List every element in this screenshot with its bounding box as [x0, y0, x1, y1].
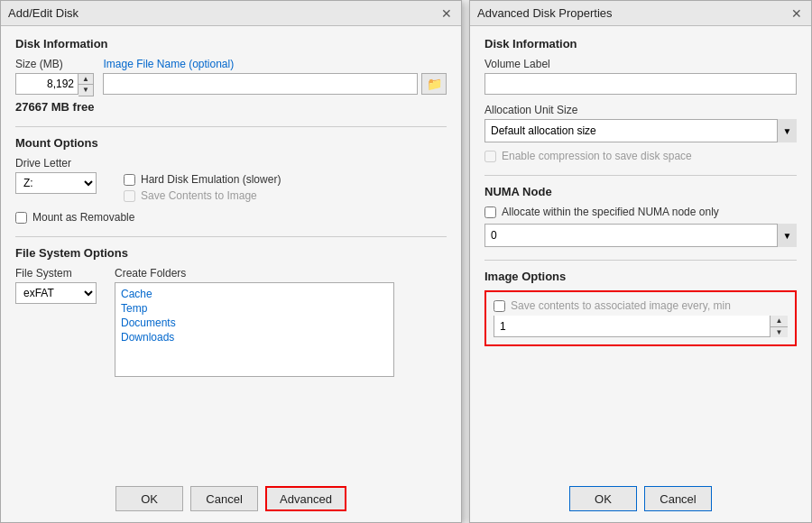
size-spinner-buttons: ▲ ▼ [78, 73, 94, 96]
save-contents-checkbox[interactable] [124, 190, 135, 202]
interval-increment-button[interactable]: ▲ [770, 316, 788, 327]
right-dialog-close-button[interactable]: ✕ [789, 7, 804, 20]
allocate-numa-checkbox[interactable] [484, 206, 496, 218]
left-dialog-body: Disk Information Size (MB) ▲ ▼ 27667 MB … [1, 26, 461, 479]
drive-letter-select[interactable]: Z: [15, 172, 97, 194]
left-dialog-close-button[interactable]: ✕ [439, 7, 454, 20]
right-dialog-title: Advanced Disk Properties [477, 6, 613, 20]
save-contents-assoc-label: Save contents to associated image every,… [511, 299, 731, 312]
save-contents-label: Save Contents to Image [141, 189, 257, 202]
interval-spinner-buttons: ▲ ▼ [770, 316, 788, 337]
drive-letter-group: Drive Letter Z: [15, 157, 97, 194]
size-input[interactable] [15, 73, 78, 95]
file-system-select[interactable]: exFAT FAT FAT32 NTFS [15, 282, 97, 304]
allocation-unit-size-select[interactable]: Default allocation size 512 1024 2048 40… [484, 119, 797, 142]
allocation-unit-size-label: Allocation Unit Size [484, 104, 797, 116]
right-dialog-body: Disk Information Volume Label Allocation… [470, 26, 811, 477]
size-increment-button[interactable]: ▲ [78, 74, 93, 85]
size-decrement-button[interactable]: ▼ [78, 85, 93, 96]
hard-disk-emulation-label: Hard Disk Emulation (slower) [141, 173, 281, 186]
save-contents-assoc-row: Save contents to associated image every,… [494, 299, 788, 312]
allocation-unit-size-row: Default allocation size 512 1024 2048 40… [484, 119, 797, 142]
folder-item-cache: Cache [119, 287, 390, 301]
file-system-options-label: File System Options [15, 246, 447, 260]
mount-options-section: Mount Options Drive Letter Z: Hard Disk … [15, 136, 447, 224]
left-ok-button[interactable]: OK [115, 486, 183, 511]
hard-disk-emulation-row: Hard Disk Emulation (slower) [124, 173, 281, 186]
add-edit-disk-dialog: Add/Edit Disk ✕ Disk Information Size (M… [0, 0, 462, 523]
numa-node-section: NUMA Node Allocate within the specified … [484, 185, 797, 247]
right-divider-2 [484, 260, 797, 261]
allocate-numa-label: Allocate within the specified NUMA node … [502, 206, 719, 218]
divider-2 [15, 236, 447, 237]
fs-col: File System exFAT FAT FAT32 NTFS [15, 267, 97, 304]
image-file-input[interactable] [103, 73, 418, 95]
hard-disk-emulation-checkbox[interactable] [124, 174, 135, 186]
fs-row: File System exFAT FAT FAT32 NTFS Create … [15, 267, 447, 377]
image-file-input-row: 📁 [103, 73, 447, 95]
image-file-browse-button[interactable]: 📁 [421, 73, 447, 95]
left-cancel-button[interactable]: Cancel [190, 486, 258, 511]
dialogs-container: Add/Edit Disk ✕ Disk Information Size (M… [0, 0, 812, 523]
image-options-box: Save contents to associated image every,… [484, 290, 797, 346]
left-dialog-titlebar: Add/Edit Disk ✕ [1, 1, 461, 26]
save-contents-row: Save Contents to Image [124, 189, 281, 202]
numa-node-dropdown-row: 0 1 2 ▼ [484, 224, 797, 247]
size-label: Size (MB) [15, 58, 94, 70]
folders-list[interactable]: Cache Temp Documents Downloads [115, 282, 394, 377]
allocate-numa-row: Allocate within the specified NUMA node … [484, 206, 797, 218]
right-divider-1 [484, 175, 797, 176]
numa-node-label: NUMA Node [484, 185, 797, 198]
divider-1 [15, 126, 447, 127]
right-cancel-button[interactable]: Cancel [644, 486, 712, 511]
disk-info-label: Disk Information [15, 37, 447, 50]
enable-compression-row: Enable compression to save disk space [484, 150, 797, 162]
folder-item-documents: Documents [119, 316, 390, 330]
image-file-field-group: Image File Name (optional) 📁 [103, 58, 447, 95]
right-disk-info-label: Disk Information [484, 37, 797, 50]
image-options-label: Image Options [484, 270, 797, 283]
interval-decrement-button[interactable]: ▼ [770, 327, 788, 338]
numa-node-select[interactable]: 0 1 2 [484, 224, 797, 247]
image-options-section: Image Options Save contents to associate… [484, 270, 797, 346]
drive-letter-label: Drive Letter [15, 157, 97, 170]
volume-label-input[interactable] [484, 73, 797, 95]
volume-label-text: Volume Label [484, 58, 797, 70]
folder-item-downloads: Downloads [119, 330, 390, 344]
right-dialog-titlebar: Advanced Disk Properties ✕ [470, 1, 811, 26]
image-file-label: Image File Name (optional) [103, 58, 447, 70]
mount-as-removable-checkbox[interactable] [15, 212, 27, 224]
size-spinner: ▲ ▼ [15, 73, 94, 96]
folder-item-temp: Temp [119, 301, 390, 316]
size-field-group: Size (MB) ▲ ▼ 27667 MB free [15, 58, 94, 114]
right-ok-button[interactable]: OK [569, 486, 637, 511]
disk-info-section: Disk Information Size (MB) ▲ ▼ 27667 MB … [15, 37, 447, 114]
enable-compression-label: Enable compression to save disk space [502, 150, 692, 162]
left-dialog-title: Add/Edit Disk [8, 6, 78, 20]
file-system-label: File System [15, 267, 97, 280]
file-system-options-section: File System Options File System exFAT FA… [15, 246, 447, 377]
mount-as-removable-label: Mount as Removable [32, 211, 134, 224]
enable-compression-checkbox[interactable] [484, 151, 496, 162]
create-folders-col: Create Folders Cache Temp Documents Down… [115, 267, 447, 377]
hard-disk-emulation-group: Hard Disk Emulation (slower) Save Conten… [124, 157, 281, 206]
interval-input[interactable] [494, 316, 788, 337]
interval-spinner-group: ▲ ▼ [494, 316, 788, 337]
left-dialog-footer: OK Cancel Advanced [1, 479, 461, 522]
advanced-button[interactable]: Advanced [265, 486, 346, 511]
mount-options-label: Mount Options [15, 136, 447, 150]
right-dialog-footer: OK Cancel [470, 477, 811, 522]
save-contents-assoc-checkbox[interactable] [494, 300, 505, 312]
mount-as-removable-row: Mount as Removable [15, 211, 447, 224]
create-folders-label: Create Folders [115, 267, 447, 280]
right-disk-info-section: Disk Information Volume Label Allocation… [484, 37, 797, 162]
advanced-disk-properties-dialog: Advanced Disk Properties ✕ Disk Informat… [469, 0, 812, 523]
free-label: 27667 MB free [15, 100, 94, 114]
